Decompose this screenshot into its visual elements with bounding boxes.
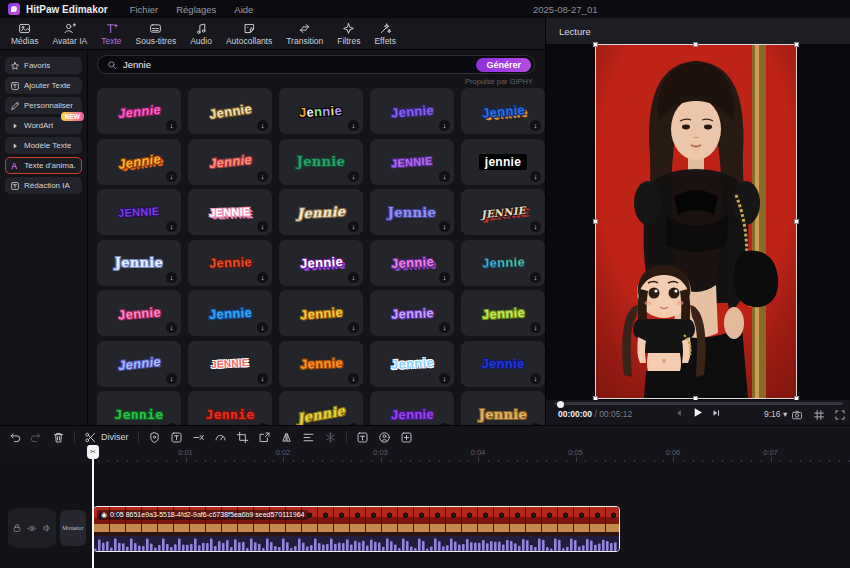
timeline-ruler[interactable]: 0:010:020:030:040:050:060:07 <box>88 448 850 463</box>
add-text-button[interactable] <box>356 431 369 444</box>
text-animation-tile[interactable]: Jennie↓ <box>279 391 363 425</box>
add-frame-button[interactable] <box>400 431 413 444</box>
text-box-button[interactable] <box>170 431 183 444</box>
text-animation-tile[interactable]: JENNIE↓ <box>188 189 272 235</box>
delete-button[interactable] <box>52 431 65 444</box>
text-animation-tile[interactable]: Jennie↓ <box>97 88 181 134</box>
text-animation-tile[interactable]: Jennie↓ <box>188 139 272 185</box>
playhead-marker[interactable]: ✂ <box>87 445 99 459</box>
download-icon[interactable]: ↓ <box>439 322 450 333</box>
speed-button[interactable] <box>214 431 227 444</box>
sidebar-item-modele-texte[interactable]: Modèle Texte <box>5 137 82 154</box>
download-icon[interactable]: ↓ <box>257 272 268 283</box>
aspect-ratio-select[interactable]: 9:16 ▾ <box>764 409 787 419</box>
crop-button[interactable] <box>236 431 249 444</box>
sidebar-item-texte-d-anima[interactable]: ATexte d'anima... <box>5 157 82 174</box>
seek-bar[interactable] <box>554 402 843 405</box>
tab-texte[interactable]: Texte <box>94 18 128 50</box>
download-icon[interactable]: ↓ <box>257 120 268 131</box>
download-icon[interactable]: ↓ <box>530 120 541 131</box>
avatar-button[interactable] <box>378 431 391 444</box>
text-animation-tile[interactable]: Jennie↓ <box>461 341 545 387</box>
freeze-button[interactable] <box>324 431 337 444</box>
download-icon[interactable]: ↓ <box>348 120 359 131</box>
menu-fichier[interactable]: Fichier <box>130 4 159 15</box>
sidebar-item-wordart[interactable]: WordArtNEW <box>5 117 82 134</box>
sidebar-item-favoris[interactable]: Favoris <box>5 57 82 74</box>
tab-transition[interactable]: Transition <box>279 18 330 50</box>
menu-aide[interactable]: Aide <box>234 4 253 15</box>
download-icon[interactable]: ↓ <box>439 373 450 384</box>
text-animation-tile[interactable]: Jennie↓ <box>97 139 181 185</box>
text-animation-tile[interactable]: jennie↓ <box>461 139 545 185</box>
download-icon[interactable]: ↓ <box>348 272 359 283</box>
resize-handle[interactable] <box>794 219 799 224</box>
download-icon[interactable]: ↓ <box>348 322 359 333</box>
download-icon[interactable]: ↓ <box>439 120 450 131</box>
text-animation-tile[interactable]: Jennie↓ <box>461 290 545 336</box>
fullscreen-icon[interactable] <box>834 407 846 425</box>
tab-autocollants[interactable]: Autocollants <box>219 18 279 50</box>
download-icon[interactable]: ↓ <box>257 171 268 182</box>
text-animation-tile[interactable]: Jennie↓ <box>370 240 454 286</box>
text-animation-tile[interactable]: Jennie↓ <box>97 341 181 387</box>
download-icon[interactable]: ↓ <box>166 373 177 384</box>
play-button[interactable] <box>691 406 704 419</box>
tab-medias[interactable]: Médias <box>4 18 45 50</box>
align-button[interactable] <box>302 431 315 444</box>
text-animation-tile[interactable]: Jennie↓ <box>461 88 545 134</box>
text-animation-tile[interactable]: Jennie↓ <box>97 391 181 425</box>
tab-avatar-ia[interactable]: Avatar IA <box>45 18 94 50</box>
marker-button[interactable] <box>148 431 161 444</box>
undo-button[interactable] <box>8 431 21 444</box>
tab-effets[interactable]: Effets <box>367 18 403 50</box>
tab-audio[interactable]: Audio <box>183 18 219 50</box>
download-icon[interactable]: ↓ <box>166 120 177 131</box>
download-icon[interactable]: ↓ <box>257 373 268 384</box>
text-animation-tile[interactable]: Jennie↓ <box>370 189 454 235</box>
text-animation-tile[interactable]: JENNIE↓ <box>370 139 454 185</box>
speaker-icon[interactable] <box>42 523 52 533</box>
tab-filtres[interactable]: Filtres <box>330 18 367 50</box>
text-animation-tile[interactable]: Jennie↓ <box>97 290 181 336</box>
resize-handle[interactable] <box>794 42 799 47</box>
split-button[interactable]: Diviser <box>84 431 129 444</box>
download-icon[interactable]: ↓ <box>439 171 450 182</box>
seek-handle[interactable] <box>557 401 564 408</box>
text-animation-tile[interactable]: Jennie↓ <box>279 341 363 387</box>
download-icon[interactable]: ↓ <box>439 221 450 232</box>
text-animation-tile[interactable]: Jennie↓ <box>461 391 545 425</box>
download-icon[interactable]: ↓ <box>530 272 541 283</box>
remove-silence-button[interactable] <box>192 431 205 444</box>
text-animation-tile[interactable]: Jennie↓ <box>370 341 454 387</box>
resize-handle[interactable] <box>593 42 598 47</box>
sidebar-item-ajouter-texte[interactable]: Ajouter Texte <box>5 77 82 94</box>
video-frame[interactable] <box>596 45 796 398</box>
download-icon[interactable]: ↓ <box>166 171 177 182</box>
download-icon[interactable]: ↓ <box>530 373 541 384</box>
tab-sous-titres[interactable]: Sous-titres <box>129 18 184 50</box>
text-animation-tile[interactable]: Jennie↓ <box>461 240 545 286</box>
text-animation-tile[interactable]: Jennie↓ <box>279 88 363 134</box>
download-icon[interactable]: ↓ <box>439 272 450 283</box>
sidebar-item-redaction-ia[interactable]: Rédaction IA <box>5 177 82 194</box>
download-icon[interactable]: ↓ <box>530 171 541 182</box>
text-animation-tile[interactable]: Jennie↓ <box>279 290 363 336</box>
text-animation-tile[interactable]: Jennie↓ <box>279 240 363 286</box>
eye-icon[interactable] <box>27 523 37 533</box>
download-icon[interactable]: ↓ <box>530 221 541 232</box>
search-bar[interactable]: Générer <box>97 55 535 74</box>
text-animation-tile[interactable]: JENNIE↓ <box>461 189 545 235</box>
text-animation-tile[interactable]: Jennie↓ <box>279 189 363 235</box>
snapshot-icon[interactable] <box>791 407 803 425</box>
text-animation-tile[interactable]: Jennie↓ <box>188 240 272 286</box>
grid-overlay-icon[interactable] <box>813 407 825 425</box>
mirror-button[interactable] <box>280 431 293 444</box>
lock-icon[interactable] <box>12 523 22 533</box>
text-animation-tile[interactable]: Jennie↓ <box>188 391 272 425</box>
generate-button[interactable]: Générer <box>476 58 531 72</box>
download-icon[interactable]: ↓ <box>257 322 268 333</box>
text-animation-tile[interactable]: Jennie↓ <box>188 88 272 134</box>
resize-handle[interactable] <box>593 219 598 224</box>
previous-frame-button[interactable] <box>674 408 684 418</box>
